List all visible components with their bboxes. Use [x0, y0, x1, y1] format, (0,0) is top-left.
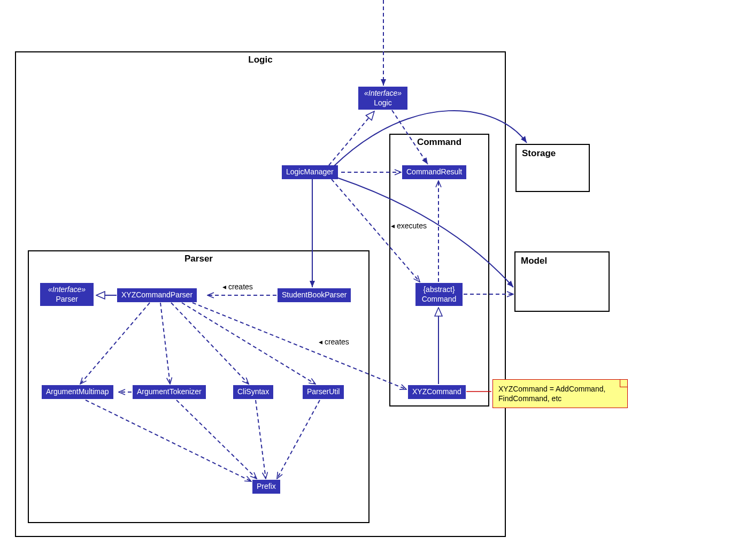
label-creates-2: ◂ creates — [319, 337, 349, 346]
node-parser-interface-name: Parser — [44, 295, 89, 304]
node-logic-interface: «Interface» Logic — [358, 87, 407, 110]
storage-title: Storage — [517, 145, 589, 162]
node-logic-interface-stereo: «Interface» — [363, 89, 403, 98]
model-title: Model — [515, 252, 609, 270]
node-parser-util: ParserUtil — [303, 385, 344, 399]
node-argument-multimap-label: ArgumentMultimap — [46, 387, 109, 396]
package-command-title: Command — [390, 137, 488, 148]
node-abstract-command: {abstract} Command — [415, 283, 463, 306]
node-xyz-command: XYZCommand — [408, 385, 466, 399]
note-corner-icon — [620, 380, 627, 387]
diagram-canvas: Logic Parser Command Storage Model «Inte… — [0, 0, 739, 560]
node-parser-interface-stereo: «Interface» — [44, 285, 89, 295]
node-argument-tokenizer: ArgumentTokenizer — [133, 385, 206, 399]
package-logic-title: Logic — [16, 55, 505, 65]
node-xyz-command-label: XYZCommand — [412, 387, 461, 396]
node-xyz-command-parser: XYZCommandParser — [117, 288, 197, 302]
node-logic-interface-name: Logic — [363, 98, 403, 108]
node-prefix: Prefix — [252, 480, 280, 494]
note-xyz-command: XYZCommand = AddCommand, FindCommand, et… — [492, 379, 628, 408]
node-parser-util-label: ParserUtil — [307, 387, 340, 396]
node-argument-tokenizer-label: ArgumentTokenizer — [137, 387, 202, 396]
node-xyz-command-parser-label: XYZCommandParser — [121, 290, 193, 299]
node-argument-multimap: ArgumentMultimap — [42, 385, 113, 399]
node-cli-syntax: CliSyntax — [233, 385, 273, 399]
node-abstract-command-stereo: {abstract} — [420, 285, 458, 295]
model-box: Model — [514, 251, 610, 312]
node-student-book-parser-label: StudentBookParser — [282, 290, 347, 299]
note-xyz-command-text: XYZCommand = AddCommand, FindCommand, et… — [498, 385, 605, 403]
node-student-book-parser: StudentBookParser — [278, 288, 351, 302]
node-command-result-label: CommandResult — [406, 167, 462, 176]
package-parser-title: Parser — [29, 254, 368, 264]
node-abstract-command-name: Command — [420, 295, 458, 304]
node-logic-manager: LogicManager — [282, 165, 338, 179]
label-creates-1: ◂ creates — [222, 282, 253, 291]
node-command-result: CommandResult — [402, 165, 466, 179]
storage-box: Storage — [515, 144, 590, 192]
node-prefix-label: Prefix — [257, 482, 276, 490]
node-parser-interface: «Interface» Parser — [40, 283, 94, 306]
node-logic-manager-label: LogicManager — [286, 167, 334, 176]
node-cli-syntax-label: CliSyntax — [237, 387, 269, 396]
label-executes: ◂ executes — [391, 221, 427, 230]
